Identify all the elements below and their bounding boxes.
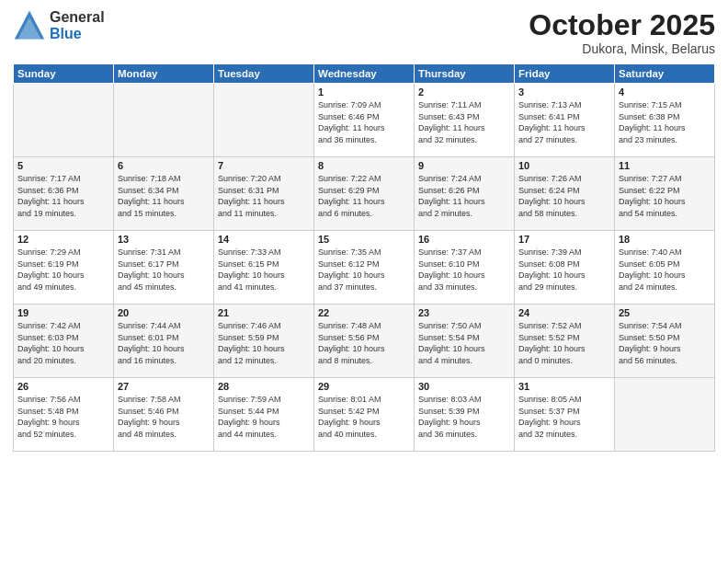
logo-blue-text: Blue xyxy=(50,26,105,42)
day-number: 15 xyxy=(318,234,410,245)
col-wednesday: Wednesday xyxy=(314,64,415,84)
day-info: Sunrise: 7:24 AM Sunset: 6:26 PM Dayligh… xyxy=(418,173,510,219)
calendar-week-row: 1Sunrise: 7:09 AM Sunset: 6:46 PM Daylig… xyxy=(14,84,715,157)
table-row: 16Sunrise: 7:37 AM Sunset: 6:10 PM Dayli… xyxy=(415,231,515,304)
col-saturday: Saturday xyxy=(615,64,715,84)
page-header: General Blue October 2025 Dukora, Minsk,… xyxy=(13,9,715,56)
col-monday: Monday xyxy=(114,64,214,84)
table-row: 27Sunrise: 7:58 AM Sunset: 5:46 PM Dayli… xyxy=(114,378,214,452)
table-row: 13Sunrise: 7:31 AM Sunset: 6:17 PM Dayli… xyxy=(114,231,214,304)
day-number: 4 xyxy=(619,86,711,98)
day-info: Sunrise: 7:54 AM Sunset: 5:50 PM Dayligh… xyxy=(619,320,711,366)
table-row: 26Sunrise: 7:56 AM Sunset: 5:48 PM Dayli… xyxy=(14,378,114,452)
day-info: Sunrise: 7:52 AM Sunset: 5:52 PM Dayligh… xyxy=(518,320,610,366)
day-info: Sunrise: 7:56 AM Sunset: 5:48 PM Dayligh… xyxy=(17,394,109,440)
day-number: 28 xyxy=(218,381,310,392)
day-info: Sunrise: 7:18 AM Sunset: 6:34 PM Dayligh… xyxy=(118,173,210,219)
day-number: 17 xyxy=(518,234,610,245)
day-info: Sunrise: 7:17 AM Sunset: 6:36 PM Dayligh… xyxy=(17,173,109,219)
page-container: General Blue October 2025 Dukora, Minsk,… xyxy=(0,0,728,563)
day-info: Sunrise: 7:27 AM Sunset: 6:22 PM Dayligh… xyxy=(619,173,711,219)
table-row: 25Sunrise: 7:54 AM Sunset: 5:50 PM Dayli… xyxy=(615,304,715,378)
day-info: Sunrise: 7:15 AM Sunset: 6:38 PM Dayligh… xyxy=(619,99,711,145)
table-row: 30Sunrise: 8:03 AM Sunset: 5:39 PM Dayli… xyxy=(415,378,515,452)
day-info: Sunrise: 8:03 AM Sunset: 5:39 PM Dayligh… xyxy=(418,394,510,440)
day-number: 20 xyxy=(118,307,210,318)
day-number: 5 xyxy=(17,160,109,171)
day-number: 21 xyxy=(218,307,310,318)
table-row: 18Sunrise: 7:40 AM Sunset: 6:05 PM Dayli… xyxy=(615,231,715,304)
table-row: 29Sunrise: 8:01 AM Sunset: 5:42 PM Dayli… xyxy=(314,378,415,452)
day-number: 10 xyxy=(518,160,610,171)
day-number: 25 xyxy=(619,307,711,318)
day-info: Sunrise: 7:26 AM Sunset: 6:24 PM Dayligh… xyxy=(518,173,610,219)
day-info: Sunrise: 7:09 AM Sunset: 6:46 PM Dayligh… xyxy=(318,99,410,145)
day-number: 12 xyxy=(17,234,109,245)
table-row xyxy=(114,84,214,157)
day-info: Sunrise: 8:01 AM Sunset: 5:42 PM Dayligh… xyxy=(318,394,410,440)
table-row: 15Sunrise: 7:35 AM Sunset: 6:12 PM Dayli… xyxy=(314,231,415,304)
table-row: 19Sunrise: 7:42 AM Sunset: 6:03 PM Dayli… xyxy=(14,304,114,378)
month-title: October 2025 xyxy=(529,9,715,41)
day-info: Sunrise: 7:59 AM Sunset: 5:44 PM Dayligh… xyxy=(218,394,310,440)
day-info: Sunrise: 7:35 AM Sunset: 6:12 PM Dayligh… xyxy=(318,247,410,293)
table-row: 11Sunrise: 7:27 AM Sunset: 6:22 PM Dayli… xyxy=(615,157,715,231)
table-row: 12Sunrise: 7:29 AM Sunset: 6:19 PM Dayli… xyxy=(14,231,114,304)
calendar-header-row: Sunday Monday Tuesday Wednesday Thursday… xyxy=(14,64,715,84)
calendar-week-row: 12Sunrise: 7:29 AM Sunset: 6:19 PM Dayli… xyxy=(14,231,715,304)
table-row: 28Sunrise: 7:59 AM Sunset: 5:44 PM Dayli… xyxy=(214,378,314,452)
day-info: Sunrise: 7:48 AM Sunset: 5:56 PM Dayligh… xyxy=(318,320,410,366)
day-info: Sunrise: 7:33 AM Sunset: 6:15 PM Dayligh… xyxy=(218,247,310,293)
table-row: 5Sunrise: 7:17 AM Sunset: 6:36 PM Daylig… xyxy=(14,157,114,231)
table-row: 3Sunrise: 7:13 AM Sunset: 6:41 PM Daylig… xyxy=(515,84,615,157)
title-area: October 2025 Dukora, Minsk, Belarus xyxy=(529,9,715,56)
day-number: 29 xyxy=(318,381,410,392)
table-row: 31Sunrise: 8:05 AM Sunset: 5:37 PM Dayli… xyxy=(515,378,615,452)
day-number: 14 xyxy=(218,234,310,245)
day-info: Sunrise: 7:44 AM Sunset: 6:01 PM Dayligh… xyxy=(118,320,210,366)
calendar-week-row: 19Sunrise: 7:42 AM Sunset: 6:03 PM Dayli… xyxy=(14,304,715,378)
logo-text: General Blue xyxy=(50,9,105,41)
table-row: 4Sunrise: 7:15 AM Sunset: 6:38 PM Daylig… xyxy=(615,84,715,157)
day-info: Sunrise: 7:11 AM Sunset: 6:43 PM Dayligh… xyxy=(418,99,510,145)
calendar-week-row: 5Sunrise: 7:17 AM Sunset: 6:36 PM Daylig… xyxy=(14,157,715,231)
col-sunday: Sunday xyxy=(14,64,114,84)
table-row: 6Sunrise: 7:18 AM Sunset: 6:34 PM Daylig… xyxy=(114,157,214,231)
day-number: 27 xyxy=(118,381,210,392)
day-number: 6 xyxy=(118,160,210,171)
table-row: 21Sunrise: 7:46 AM Sunset: 5:59 PM Dayli… xyxy=(214,304,314,378)
day-number: 30 xyxy=(418,381,510,392)
calendar-table: Sunday Monday Tuesday Wednesday Thursday… xyxy=(13,63,715,452)
day-number: 2 xyxy=(418,86,510,98)
col-friday: Friday xyxy=(515,64,615,84)
day-info: Sunrise: 7:31 AM Sunset: 6:17 PM Dayligh… xyxy=(118,247,210,293)
logo-general-text: General xyxy=(50,9,105,26)
calendar-week-row: 26Sunrise: 7:56 AM Sunset: 5:48 PM Dayli… xyxy=(14,378,715,452)
day-number: 1 xyxy=(318,86,410,98)
day-info: Sunrise: 7:46 AM Sunset: 5:59 PM Dayligh… xyxy=(218,320,310,366)
day-number: 8 xyxy=(318,160,410,171)
col-tuesday: Tuesday xyxy=(214,64,314,84)
logo-icon xyxy=(13,9,46,42)
day-info: Sunrise: 7:22 AM Sunset: 6:29 PM Dayligh… xyxy=(318,173,410,219)
location-text: Dukora, Minsk, Belarus xyxy=(529,41,715,56)
col-thursday: Thursday xyxy=(415,64,515,84)
day-info: Sunrise: 7:42 AM Sunset: 6:03 PM Dayligh… xyxy=(17,320,109,366)
table-row: 9Sunrise: 7:24 AM Sunset: 6:26 PM Daylig… xyxy=(415,157,515,231)
day-info: Sunrise: 7:40 AM Sunset: 6:05 PM Dayligh… xyxy=(619,247,711,293)
table-row: 10Sunrise: 7:26 AM Sunset: 6:24 PM Dayli… xyxy=(515,157,615,231)
table-row: 7Sunrise: 7:20 AM Sunset: 6:31 PM Daylig… xyxy=(214,157,314,231)
table-row xyxy=(214,84,314,157)
day-info: Sunrise: 7:58 AM Sunset: 5:46 PM Dayligh… xyxy=(118,394,210,440)
day-number: 13 xyxy=(118,234,210,245)
day-info: Sunrise: 7:29 AM Sunset: 6:19 PM Dayligh… xyxy=(17,247,109,293)
day-info: Sunrise: 7:20 AM Sunset: 6:31 PM Dayligh… xyxy=(218,173,310,219)
day-number: 31 xyxy=(518,381,610,392)
day-info: Sunrise: 8:05 AM Sunset: 5:37 PM Dayligh… xyxy=(518,394,610,440)
table-row xyxy=(615,378,715,452)
day-number: 18 xyxy=(619,234,711,245)
table-row: 23Sunrise: 7:50 AM Sunset: 5:54 PM Dayli… xyxy=(415,304,515,378)
table-row: 20Sunrise: 7:44 AM Sunset: 6:01 PM Dayli… xyxy=(114,304,214,378)
day-number: 19 xyxy=(17,307,109,318)
table-row: 2Sunrise: 7:11 AM Sunset: 6:43 PM Daylig… xyxy=(415,84,515,157)
